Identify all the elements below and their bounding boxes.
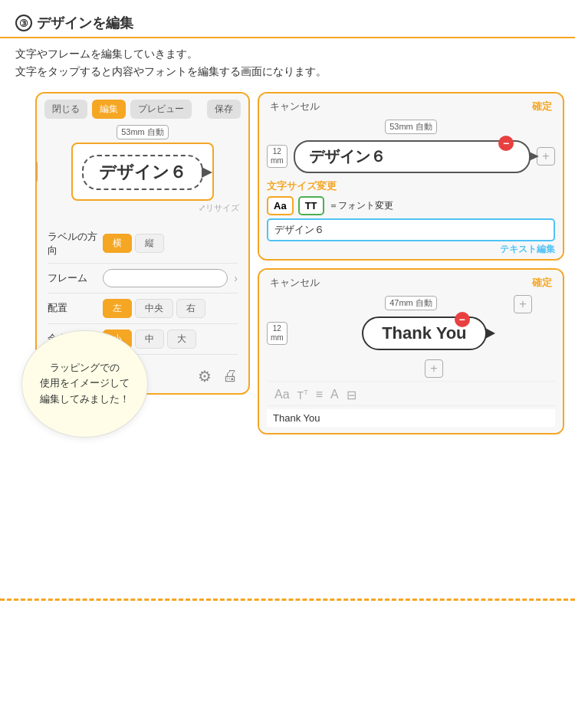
rp2-plus-bottom[interactable]: + [425, 359, 443, 378]
rp2-confirm[interactable]: 確定 [532, 276, 552, 290]
rp1-plus[interactable]: + [537, 147, 555, 166]
layout-icon[interactable]: ⊟ [347, 388, 356, 402]
opt-left[interactable]: 左 [103, 299, 132, 318]
label-preview: デザイン６ [82, 149, 203, 192]
left-size-badge: 53mm 自動 [117, 125, 169, 139]
rp1-cancel[interactable]: キャンセル [270, 100, 320, 113]
footer-icons: ⚙ 🖨 [198, 367, 238, 385]
page-desc: 文字やフレームを編集していきます。 文字をタップすると内容やフォントを編集する画… [15, 46, 560, 81]
resize-label: ⤢リサイズ [46, 202, 239, 214]
opt-center[interactable]: 中央 [135, 299, 173, 318]
setting-label-frame: フレーム [48, 271, 103, 285]
minus-button-2[interactable]: − [455, 312, 470, 327]
title-text: デザインを編集 [37, 14, 133, 32]
rp1-text-input[interactable]: デザイン６ [267, 218, 555, 241]
rp2-icon-row: Aa TT ≡ A ⊟ [267, 381, 555, 405]
right-panel-2: キャンセル 確定 47mm 自動 12 mm + [258, 268, 564, 435]
font-btn-aa[interactable]: Aa [267, 196, 294, 215]
rp2-toolbar: キャンセル 確定 [259, 270, 563, 296]
opt-medium[interactable]: 中 [135, 330, 164, 349]
print-icon[interactable]: 🖨 [222, 367, 238, 385]
align-icon[interactable]: ≡ [316, 388, 323, 402]
font-change-label: ＝フォント変更 [329, 199, 393, 212]
minus-button-1[interactable]: − [498, 136, 514, 151]
opt-vertical[interactable]: 縦 [135, 234, 164, 253]
opt-horizontal[interactable]: 横 [103, 234, 132, 253]
frame-preview [103, 269, 228, 287]
label-bubble: デザイン６ [82, 155, 203, 190]
rp1-mm-badge: 12 mm [267, 145, 288, 168]
rp1-toolbar: キャンセル 確定 [259, 93, 563, 120]
left-mm-badge: 12 mm [35, 160, 38, 183]
font-style-icon[interactable]: TT [297, 389, 308, 402]
right-panel-1: キャンセル 確定 53mm 自動 12 mm デザイン６ − [258, 92, 564, 261]
rp1-confirm[interactable]: 確定 [532, 100, 552, 113]
rp2-mm-badge: 12 mm [267, 322, 288, 345]
setting-label-align: 配置 [48, 301, 103, 315]
rp1-label-row: 12 mm デザイン６ − + [267, 137, 555, 176]
opt-right[interactable]: 右 [176, 299, 205, 318]
font-size-icon[interactable]: Aa [274, 388, 290, 402]
gear-icon[interactable]: ⚙ [198, 367, 212, 385]
setting-options-align: 左 中央 右 [103, 299, 205, 318]
opt-large[interactable]: 大 [167, 330, 196, 349]
rp2-plus-top[interactable]: + [514, 295, 532, 313]
left-label-area: デザイン６ [71, 143, 214, 201]
preview-button[interactable]: プレビュー [130, 100, 192, 119]
setting-label-direction: ラベルの方向 [48, 230, 103, 257]
bottom-dashes [0, 598, 575, 601]
frame-arrow-icon: › [234, 272, 238, 284]
font-size-label: 文字サイズ変更 [267, 179, 555, 193]
rp2-label-bubble: Thank You − [362, 316, 486, 350]
left-toolbar: 閉じる 編集 プレビュー 保存 [37, 93, 248, 125]
save-button[interactable]: 保存 [207, 100, 241, 119]
right-panels: キャンセル 確定 53mm 自動 12 mm デザイン６ − [258, 92, 564, 435]
edit-button[interactable]: 編集 [92, 100, 126, 119]
page-title: ③ デザインを編集 [15, 14, 560, 32]
rp1-size-badge: 53mm 自動 [385, 120, 437, 134]
rp1-label-bubble: デザイン６ − [294, 140, 531, 173]
setting-row-align: 配置 左 中央 右 [48, 293, 238, 324]
font-controls: Aa TT ＝フォント変更 [267, 196, 555, 215]
rp2-cancel[interactable]: キャンセル [270, 276, 320, 290]
rp2-size-badge: 47mm 自動 [385, 296, 437, 310]
page-header: ③ デザインを編集 [0, 0, 575, 38]
rp2-label-row: 12 mm + Thank You − [267, 313, 555, 353]
setting-row-direction: ラベルの方向 横 縦 [48, 225, 238, 264]
setting-row-frame: フレーム › [48, 264, 238, 293]
text-edit-label: テキスト編集 [267, 243, 555, 256]
color-icon[interactable]: A [330, 388, 339, 402]
circle-num: ③ [15, 15, 32, 31]
close-button[interactable]: 閉じる [44, 100, 87, 119]
rp2-text-input[interactable] [267, 409, 555, 427]
font-btn-tt[interactable]: TT [298, 196, 324, 215]
setting-options-direction: 横 縦 [103, 234, 164, 253]
callout-bubble: ラッピングでの 使用をイメージして 編集してみました！ [21, 330, 148, 438]
frame-options: › [103, 269, 238, 287]
